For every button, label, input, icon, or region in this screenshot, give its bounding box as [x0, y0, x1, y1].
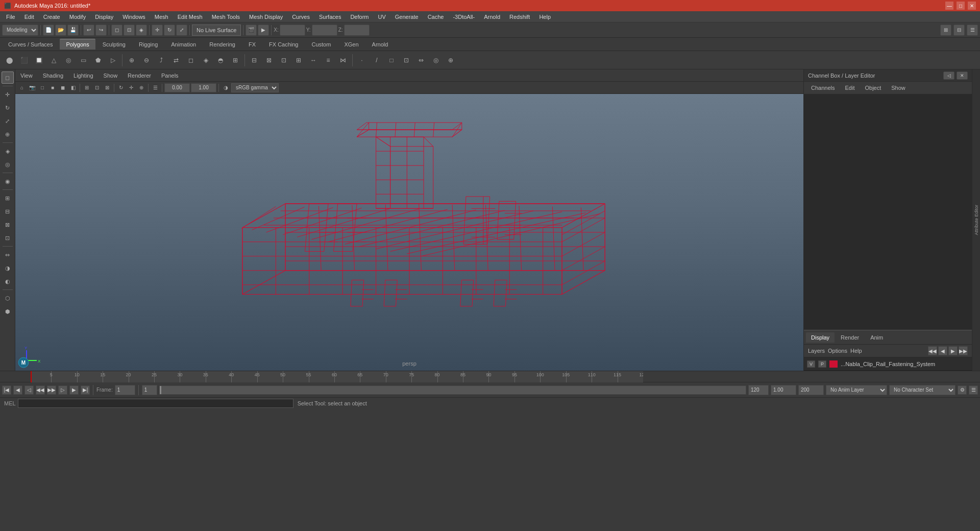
menu-redshift[interactable]: Redshift — [505, 13, 534, 21]
vp-menu-panels[interactable]: Panels — [158, 71, 182, 80]
coord-z-input[interactable] — [344, 25, 370, 36]
play-fwd-btn[interactable]: ▶▶ — [47, 385, 56, 395]
menu-mesh-display[interactable]: Mesh Display — [245, 13, 287, 21]
anim-start-input[interactable] — [771, 385, 796, 395]
rotate-tool-btn[interactable]: ↻ — [2, 102, 14, 114]
crease-icon-btn[interactable]: ≡ — [321, 53, 335, 67]
rbt-anim[interactable]: Anim — [865, 332, 888, 343]
tab-fx[interactable]: FX — [242, 39, 262, 50]
current-frame-input[interactable] — [115, 385, 135, 395]
menu-modify[interactable]: Modify — [65, 13, 90, 21]
vp-menu-shading[interactable]: Shading — [40, 71, 66, 80]
layer-color-swatch[interactable] — [829, 360, 838, 368]
tab-rendering[interactable]: Rendering — [203, 39, 241, 50]
soft-modify-btn[interactable]: ◈ — [2, 145, 14, 157]
move-tool-btn[interactable]: ✛ — [2, 88, 14, 101]
isolate-btn[interactable]: ◐ — [2, 275, 14, 287]
snap-curve-btn[interactable]: ⊟ — [2, 205, 14, 218]
scale-tool-btn[interactable]: ⤢ — [2, 115, 14, 127]
home-cam-btn[interactable]: ⌂ — [17, 83, 27, 92]
mode-select[interactable]: Modeling — [2, 25, 38, 36]
universal-manip-btn[interactable]: ⊕ — [2, 128, 14, 140]
help-menu[interactable]: Help — [850, 348, 862, 354]
smooth-shade-btn[interactable]: ■ — [48, 83, 57, 92]
xray-btn[interactable]: ◑ — [2, 262, 14, 274]
vp-menu-view[interactable]: View — [17, 71, 36, 80]
show-manip-btn[interactable]: ◎ — [2, 158, 14, 171]
minimize-button[interactable]: — — [945, 2, 953, 10]
softsel-icon-btn[interactable]: ◎ — [429, 53, 443, 67]
select-tool-btn[interactable]: ◻ — [2, 71, 14, 84]
range-end-input[interactable] — [748, 385, 769, 395]
new-scene-btn[interactable]: 📄 — [43, 25, 54, 36]
offset-icon-btn[interactable]: ⊞ — [291, 53, 306, 67]
open-btn[interactable]: 📂 — [55, 25, 66, 36]
viewport-canvas[interactable]: .wire { stroke: #cc1133; stroke-width: 1… — [15, 94, 803, 371]
play-back-btn[interactable]: ◀◀ — [36, 385, 45, 395]
tab-sculpting[interactable]: Sculpting — [96, 39, 132, 50]
menu-edit[interactable]: Edit — [20, 13, 38, 21]
ipr-btn[interactable]: ▶ — [258, 25, 269, 36]
vp-menu-show[interactable]: Show — [101, 71, 121, 80]
grid-btn[interactable]: ⊞ — [82, 83, 91, 92]
save-btn[interactable]: 💾 — [67, 25, 79, 36]
menu-file[interactable]: File — [2, 13, 19, 21]
pan-cam-btn[interactable]: ✛ — [127, 83, 136, 92]
slide-icon-btn[interactable]: ↔ — [306, 53, 321, 67]
paint-skin-btn[interactable]: ◉ — [2, 175, 14, 187]
layer-prev-btn[interactable]: ◀◀ — [928, 346, 937, 355]
rp-tab-channels[interactable]: Channels — [808, 84, 838, 92]
tab-xgen[interactable]: XGen — [338, 39, 364, 50]
rp-tab-show[interactable]: Show — [888, 84, 909, 92]
gamma-select[interactable]: sRGB gamma — [231, 83, 279, 92]
coord-x-input[interactable] — [280, 25, 305, 36]
coord-y-input[interactable] — [312, 25, 337, 36]
rotate-btn[interactable]: ↻ — [164, 25, 175, 36]
tab-arnold[interactable]: Arnold — [366, 39, 395, 50]
tab-fx-caching[interactable]: FX Caching — [263, 39, 304, 50]
sym-icon-btn[interactable]: ⇔ — [414, 53, 428, 67]
render-region-btn[interactable]: ⬡ — [2, 292, 14, 304]
menu-cache[interactable]: Cache — [424, 13, 448, 21]
sphere-icon-btn[interactable]: ⬤ — [2, 53, 16, 67]
symmetry-btn[interactable]: ⇔ — [2, 249, 14, 261]
separate-icon-btn[interactable]: ⊖ — [139, 53, 154, 67]
undo-btn[interactable]: ↩ — [83, 25, 94, 36]
menu-mesh-tools[interactable]: Mesh Tools — [208, 13, 244, 21]
retopo-icon-btn[interactable]: ⊞ — [228, 53, 242, 67]
play-end-btn[interactable]: ▶| — [81, 385, 90, 395]
tab-custom[interactable]: Custom — [306, 39, 337, 50]
insert-loop-icon-btn[interactable]: ⊡ — [277, 53, 291, 67]
layer-back-btn[interactable]: ◀ — [938, 346, 947, 355]
next-key-btn[interactable]: ▷ — [58, 385, 67, 395]
texture-btn[interactable]: ◼ — [58, 83, 67, 92]
bevel-icon-btn[interactable]: ◈ — [199, 53, 213, 67]
tab-curves-surfaces[interactable]: Curves / Surfaces — [2, 39, 59, 50]
cone-icon-btn[interactable]: △ — [46, 53, 61, 67]
menu-surfaces[interactable]: Surfaces — [315, 13, 345, 21]
snap-icon-btn[interactable]: ⊕ — [444, 53, 458, 67]
menu-deform[interactable]: Deform — [346, 13, 373, 21]
no-anim-layer-select[interactable]: No Anim Layer — [826, 385, 887, 395]
vertex-icon-btn[interactable]: · — [355, 53, 369, 67]
zoom-cam-btn[interactable]: ⊕ — [137, 83, 146, 92]
extrude-icon-btn[interactable]: ⤴ — [154, 53, 168, 67]
prev-frame-btn[interactable]: ◀ — [13, 385, 22, 395]
rotate-cam-btn[interactable]: ↻ — [116, 83, 126, 92]
prism-icon-btn[interactable]: ▷ — [106, 53, 120, 67]
snap-point-btn[interactable]: ⊠ — [2, 219, 14, 231]
rp-close-btn[interactable]: ✕ — [957, 71, 968, 80]
anim-end-input[interactable] — [798, 385, 824, 395]
snap-grid-btn[interactable]: ⊞ — [2, 192, 14, 204]
ring-icon-btn[interactable]: ⊠ — [262, 53, 276, 67]
range-slider[interactable] — [159, 385, 746, 395]
scale-btn[interactable]: ⤢ — [176, 25, 187, 36]
fill-hole-icon-btn[interactable]: ◻ — [184, 53, 198, 67]
settings-btn[interactable]: ⚙ — [958, 385, 967, 395]
menu-windows[interactable]: Windows — [118, 13, 150, 21]
vp-menu-renderer[interactable]: Renderer — [125, 71, 154, 80]
menu-3dto-all[interactable]: -3DtoAll- — [449, 13, 479, 21]
menu-curves[interactable]: Curves — [288, 13, 314, 21]
prev-key-btn[interactable]: ◁ — [24, 385, 34, 395]
cylinder-icon-btn[interactable]: 🔲 — [32, 53, 46, 67]
